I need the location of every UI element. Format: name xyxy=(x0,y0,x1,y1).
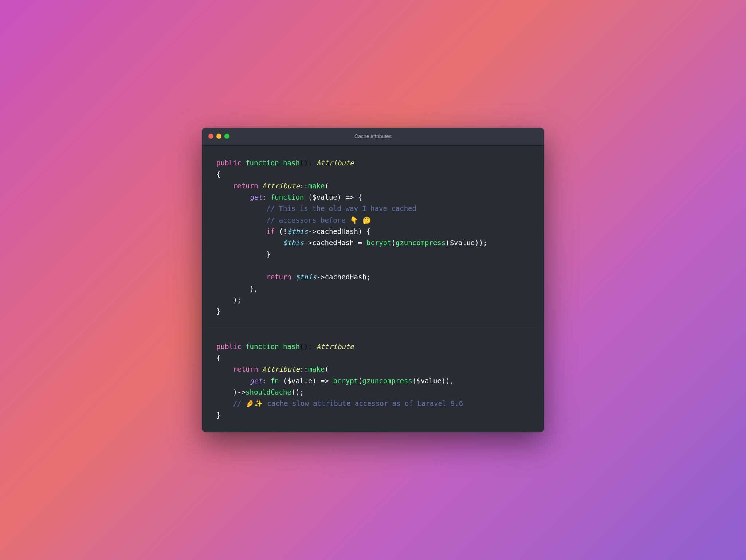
close-button[interactable] xyxy=(208,134,213,139)
code-window: Cache attributes public function hash():… xyxy=(202,128,544,432)
window-title: Cache attributes xyxy=(354,133,392,139)
minimize-button[interactable] xyxy=(216,134,221,139)
window-buttons xyxy=(208,134,229,139)
titlebar: Cache attributes xyxy=(202,128,544,146)
code-block-2: public function hash(): Attribute { retu… xyxy=(216,341,530,421)
code-block-1: public function hash(): Attribute { retu… xyxy=(216,157,530,317)
maximize-button[interactable] xyxy=(224,134,229,139)
code-panel-2: public function hash(): Attribute { retu… xyxy=(202,329,544,432)
code-panel-1: public function hash(): Attribute { retu… xyxy=(202,146,544,329)
